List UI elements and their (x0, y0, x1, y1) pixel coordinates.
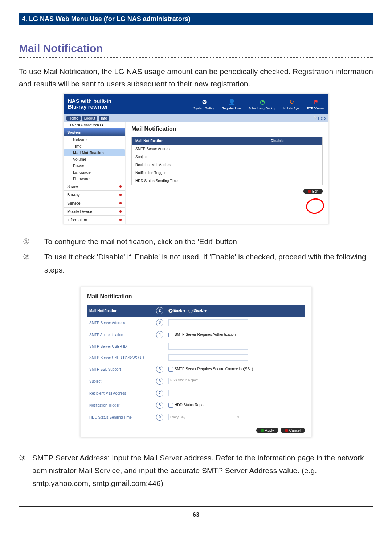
step-text: SMTP Server Address: Input the Mail Serv… (32, 452, 373, 489)
form-label: Subject (87, 375, 153, 387)
sidebar-cat-share[interactable]: Share (64, 182, 125, 190)
sidebar-item-mail-notification[interactable]: Mail Notification (64, 149, 125, 156)
panel-title: Mail Notification (87, 293, 305, 300)
dot-icon (261, 429, 264, 432)
panel-title: Mail Notification (131, 126, 323, 132)
table-header-value: Disable (267, 137, 323, 145)
dot-icon (119, 210, 122, 213)
product-title-line2: Blu-ray rewriter (68, 104, 108, 110)
lead-paragraph: To use Mail Notification, the LG NAS usa… (19, 65, 373, 90)
mail-notification-table: Mail NotificationDisable SMTP Server Add… (131, 137, 323, 185)
nav-ftp-viewer[interactable]: ⚑FTP Viewer (307, 98, 324, 110)
help-icon: ❔ (313, 116, 317, 120)
sidebar-cat-system[interactable]: System (64, 128, 125, 136)
notification-trigger-checkbox[interactable] (168, 403, 173, 408)
chevron-down-icon: ▾ (237, 415, 239, 419)
smtp-user-password-input[interactable] (168, 354, 248, 361)
sync-icon: ↻ (288, 98, 296, 106)
radio-icon (168, 309, 173, 313)
form-label: SMTP Server Address (87, 317, 153, 329)
sidebar-item-network[interactable]: Network (64, 136, 125, 143)
step-number: ③ (19, 452, 26, 489)
sidebar-cat-bluray[interactable]: Blu-ray (64, 190, 125, 199)
sidebar-item-language[interactable]: Language (64, 169, 125, 176)
smtp-auth-checkbox[interactable] (168, 333, 173, 337)
form-header-label: Mail Notification (87, 305, 153, 317)
form-label: SMTP Server USER ID (87, 341, 153, 352)
nav-scheduling-backup[interactable]: ◔Scheduling Backup (248, 98, 276, 110)
ftp-icon: ⚑ (312, 98, 320, 106)
callout-marker: 4 (156, 331, 163, 338)
dot-icon (119, 219, 122, 221)
step-number: ② (19, 250, 33, 276)
tab-bar: Home Logout Info ❔Help (64, 114, 328, 122)
sidebar-cat-mobile-device[interactable]: Mobile Device (64, 207, 125, 215)
sidebar: Full Menu ● Short Menu ● System Network … (64, 122, 126, 224)
step-text: To configure the mail notification, clic… (44, 235, 373, 248)
screenshot-mail-notification-view: NAS with built-in Blu-ray rewriter ⚙Syst… (63, 93, 329, 224)
instruction-item: ③ SMTP Server Address: Input the Mail Se… (19, 452, 373, 489)
clock-icon: ◔ (258, 98, 266, 106)
nav-system-setting[interactable]: ⚙System Setting (193, 98, 216, 110)
callout-marker: 2 (156, 307, 163, 314)
step-number: ① (19, 235, 33, 248)
sidebar-item-firmware[interactable]: Firmware (64, 176, 125, 182)
tab-info[interactable]: Info (99, 116, 109, 121)
sidebar-item-time[interactable]: Time (64, 143, 125, 149)
apply-button[interactable]: Apply (256, 428, 278, 433)
tab-home[interactable]: Home (66, 116, 81, 121)
gear-icon: ⚙ (200, 98, 208, 106)
dot-icon (119, 185, 122, 188)
callout-marker: 9 (156, 414, 163, 421)
form-label: SMTP Authentication (87, 329, 153, 341)
callout-marker: 8 (156, 402, 163, 409)
table-header-name: Mail Notification (132, 137, 267, 145)
callout-marker: 3 (156, 319, 163, 326)
chapter-heading: 4. LG NAS Web Menu Use (for LG NAS admin… (19, 13, 373, 25)
radio-icon (188, 309, 193, 313)
step-text: To use it check 'Disable' if 'Enable' is… (44, 250, 373, 276)
nav-register-user[interactable]: 👤Register User (222, 98, 242, 110)
user-icon: 👤 (228, 98, 236, 106)
form-label: HDD Status Sending Time (87, 411, 153, 423)
help-link[interactable]: ❔Help (313, 116, 326, 120)
subject-input[interactable]: NAS Status Report (168, 378, 248, 384)
callout-marker: 6 (156, 378, 163, 385)
dot-icon (308, 190, 311, 193)
callout-marker: 5 (156, 366, 163, 373)
menu-mode-toggle[interactable]: Full Menu ● Short Menu ● (64, 122, 125, 128)
instruction-list: ①To configure the mail notification, cli… (19, 235, 373, 276)
sidebar-item-volume[interactable]: Volume (64, 156, 125, 162)
sidebar-item-power[interactable]: Power (64, 162, 125, 169)
table-row: Notification Trigger (132, 169, 267, 177)
enable-disable-radio-group[interactable]: Enable Disable (166, 305, 305, 317)
footer-rule (19, 506, 373, 507)
nav-mobile-sync[interactable]: ↻Mobile Sync (283, 98, 301, 110)
main-panel: Mail Notification Mail NotificationDisab… (126, 122, 328, 224)
form-label: SMTP SSL Support (87, 363, 153, 375)
smtp-ssl-checkbox[interactable] (168, 367, 173, 372)
dot-icon (119, 202, 122, 204)
form-label: Notification Trigger (87, 399, 153, 411)
page-number: 63 (19, 512, 373, 518)
table-row: HDD Status Sending Time (132, 177, 267, 185)
form-label: Recipient Mail Address (87, 387, 153, 399)
hdd-status-sending-time-select[interactable]: Every Day▾ (168, 414, 241, 420)
form-label: SMTP Server USER PASSWORD (87, 352, 153, 363)
cancel-button[interactable]: Cancel (281, 428, 305, 433)
table-row: Subject (132, 153, 267, 161)
callout-marker: 7 (156, 390, 163, 397)
smtp-server-address-input[interactable] (168, 319, 248, 326)
smtp-user-id-input[interactable] (168, 343, 248, 350)
section-title: Mail Notification (19, 42, 373, 58)
table-row: Recipient Mail Address (132, 161, 267, 169)
edit-button[interactable]: Edit (303, 189, 323, 194)
product-title-line1: NAS with built-in (68, 98, 111, 104)
dot-icon (119, 194, 122, 196)
dot-icon (285, 429, 288, 432)
sidebar-cat-information[interactable]: Information (64, 215, 125, 224)
tab-logout[interactable]: Logout (82, 116, 98, 121)
sidebar-cat-service[interactable]: Service (64, 199, 125, 207)
table-row: SMTP Server Address (132, 145, 267, 153)
recipient-mail-address-input[interactable] (168, 390, 248, 396)
